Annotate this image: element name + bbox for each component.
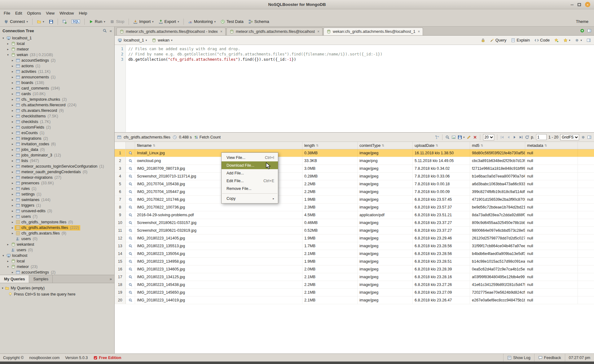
cell-length[interactable]: 2.1MB [302, 250, 358, 257]
cell-contentType[interactable]: image/jpeg [358, 281, 413, 288]
cell-md5[interactable]: b4bdb6e4faed0a909ba13e5df30 [470, 250, 525, 257]
cell-metadata[interactable]: null [525, 219, 578, 226]
sort-icon[interactable]: ⇅ [382, 144, 384, 147]
cell-uploadDate[interactable]: 6.8.2018 klo 23.51.21 [413, 211, 470, 219]
maximize-button[interactable] [578, 3, 581, 6]
tree-item-presences[interactable]: ▸presences(33.6K) [0, 180, 114, 186]
pagination-first-button[interactable] [500, 135, 504, 139]
cell-uploadDate[interactable]: 6.8.2018 klo 23.37.27 [413, 227, 470, 234]
cell-length[interactable]: 2.1MB [302, 289, 358, 296]
table-row[interactable]: 10Screenshot_20180621-033157.jpg0.46MBim… [115, 219, 594, 227]
cell-md5[interactable]: 809c9d6455aa325450e78b1bb2 [470, 219, 525, 226]
cell-length[interactable]: 1.7MB [302, 242, 358, 250]
sort-icon[interactable]: ⇅ [153, 144, 155, 147]
cell-md5[interactable]: 26120d25798778dd7d2d5c0273 [470, 235, 525, 242]
chevron-right-icon[interactable]: ▸ [11, 182, 15, 185]
chevron-right-icon[interactable]: ▸ [11, 109, 15, 112]
cell-metadata[interactable]: null [525, 157, 578, 164]
cell-view-document[interactable] [126, 180, 135, 188]
page-size-select[interactable]: 20 [483, 134, 494, 140]
edit-icon[interactable] [467, 135, 471, 139]
cell-length[interactable]: 2.1MB [302, 296, 358, 304]
tree-item-boards[interactable]: ▸boards(138) [0, 80, 114, 86]
column-header-length[interactable]: length⇅ [302, 142, 358, 149]
tree-item-swimlanes[interactable]: ▸swimlanes(144) [0, 197, 114, 203]
chevron-right-icon[interactable]: ▸ [11, 143, 15, 146]
pagination-prev-button[interactable] [506, 135, 511, 139]
cell-filename[interactable]: Screenshot_20180621-033157.jpg [135, 219, 302, 226]
tree-item-unsaved-edits[interactable]: ▸unsaved-edits(3) [0, 208, 114, 214]
cell-uploadDate[interactable]: 5.11.2018 klo 14.49.05 [413, 157, 470, 164]
chevron-right-icon[interactable]: ▸ [11, 159, 15, 162]
breadcrumb-connection[interactable]: localhost_1 ▾ [118, 38, 147, 42]
table-row[interactable]: 17IMG_20180223_134125.jpg2.1MBimage/jpeg… [115, 273, 594, 281]
tree-item-cfs_gridfs._tempstore.files[interactable]: ▸cfs_gridfs._tempstore.files(0) [0, 219, 114, 225]
tree-item-cards[interactable]: ▸cards(10.8K) [0, 91, 114, 97]
cell-contentType[interactable]: image/jpeg [358, 242, 413, 250]
chevron-right-icon[interactable]: ▸ [11, 232, 15, 235]
connect-button[interactable]: Connect ▾ [2, 18, 30, 25]
cell-contentType[interactable]: image/jpeg [358, 296, 413, 304]
tab-2[interactable]: meteor:cfs_gridfs.attachments.files@loca… [227, 28, 323, 35]
favorites-button[interactable]: ▾ [563, 38, 570, 42]
cell-filename[interactable]: IMG_20180223_134125.jpg [135, 273, 302, 281]
cell-uploadDate[interactable]: 6.8.2018 klo 23.57.37 [413, 204, 470, 211]
pagination-next-button[interactable] [513, 135, 517, 139]
menu-edit[interactable]: Edit [13, 10, 24, 16]
sidebar-tab-my-queries[interactable]: My Queries [0, 275, 29, 283]
tree-item-localhost[interactable]: ▾localhost [0, 253, 114, 258]
column-header-metadata[interactable]: metadata⇅ [525, 142, 578, 149]
cell-uploadDate[interactable]: 6.8.2018 klo 23.27.09 [413, 289, 470, 296]
cell-filename[interactable]: IMG_20180223_135513.jpg [135, 242, 302, 250]
cell-md5[interactable]: 8da73a8df28ea7c2dda92d88f0c [470, 211, 525, 219]
code-editor[interactable]: 123 // Files can be added easily with dr… [115, 45, 594, 132]
cell-metadata[interactable]: null [525, 281, 578, 288]
chevron-right-icon[interactable]: ▸ [11, 226, 15, 229]
cell-length[interactable]: 1.9MB [302, 235, 358, 242]
table-row[interactable]: 11Screenshot_20180621-032819.jpg0.52MBim… [115, 227, 594, 235]
cell-contentType[interactable]: image/jpeg [358, 258, 413, 265]
cell-metadata[interactable]: null [525, 188, 578, 195]
chevron-right-icon[interactable]: ▸ [11, 92, 15, 95]
cell-length[interactable]: 33.3KB [302, 157, 358, 164]
cell-contentType[interactable]: image/jpeg [358, 289, 413, 296]
tree-item-meteor_oauth_pendingCredentials[interactable]: ▸meteor_oauth_pendingCredentials(0) [0, 169, 114, 175]
table-row[interactable]: 92016-04-29-solving-problems.pdf4.5MBapp… [115, 211, 594, 219]
cell-md5[interactable]: a03f99f836480495e12fdb4e991 [470, 273, 525, 281]
cell-view-document[interactable] [126, 219, 135, 226]
menu-item-remove-file[interactable]: Remove File... [222, 185, 278, 192]
tree-item-rules[interactable]: ▸rules(1) [0, 186, 114, 191]
import-button[interactable]: Import ▾ [131, 18, 156, 25]
search-icon[interactable] [103, 29, 107, 33]
chevron-right-icon[interactable]: ▸ [6, 243, 10, 246]
chevron-right-icon[interactable]: ▸ [6, 42, 10, 45]
menu-item-add-file[interactable]: Add File... [222, 169, 278, 177]
table-row[interactable]: 3IMG_20180709_080719.jpg3.0MBimage/jpeg7… [115, 165, 594, 173]
tree-item-users[interactable]: ▸users(7) [0, 214, 114, 219]
stop-button[interactable]: Stop [108, 18, 126, 25]
chevron-right-icon[interactable]: ▸ [11, 148, 15, 151]
explain-button[interactable]: Explain [511, 38, 530, 42]
cell-md5[interactable]: f2711e9661a1818e848c91bf99b9 [470, 165, 525, 172]
tree-item-local[interactable]: ▸local [0, 41, 114, 46]
test-data-button[interactable]: Test Data [218, 18, 246, 25]
cell-contentType[interactable]: image/jpeg [358, 196, 413, 203]
chevron-right-icon[interactable]: ▸ [11, 193, 15, 196]
cell-view-document[interactable] [126, 157, 135, 164]
cell-view-document[interactable] [126, 250, 135, 257]
cell-contentType[interactable]: image/jpeg [358, 165, 413, 172]
cell-view-document[interactable] [126, 235, 135, 242]
export-button[interactable]: Export ▾ [156, 18, 181, 25]
chevron-right-icon[interactable]: ▸ [11, 98, 15, 101]
cell-view-document[interactable] [126, 289, 135, 296]
cell-uploadDate[interactable]: 6.8.2018 klo 23.28.39 [413, 265, 470, 273]
cell-contentType[interactable]: application/pdf [358, 211, 413, 219]
theme-button[interactable]: Theme [572, 19, 592, 24]
tab-3[interactable]: wekan:cfs_gridfs.attachments.files@local… [323, 28, 423, 35]
cell-contentType[interactable]: image/jpeg [358, 273, 413, 281]
table-row[interactable]: 8IMG_20170822_100736.jpg2.3MBimage/jpeg6… [115, 204, 594, 211]
chevron-right-icon[interactable]: ▸ [11, 187, 15, 190]
cell-md5[interactable]: 0ea5c62d4a072c9e7ca4b1c5eff [470, 265, 525, 273]
tree-item-card_comments[interactable]: ▸card_comments(194) [0, 86, 114, 91]
editor-code[interactable]: // Files can be added easily with drag a… [126, 45, 594, 132]
